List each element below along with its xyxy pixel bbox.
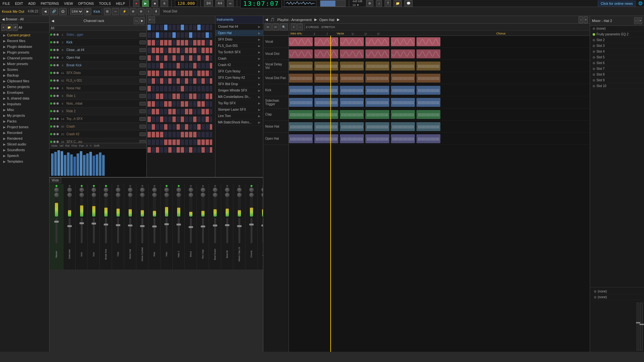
ch-active-light[interactable]	[50, 102, 52, 105]
ch-mute-light[interactable]	[53, 87, 56, 89]
mixer-ch-knob2[interactable]	[189, 193, 193, 197]
browser-button[interactable]: 📁	[393, 0, 402, 7]
pattern-cell[interactable]	[172, 109, 176, 115]
mixer-ch-power[interactable]	[214, 185, 216, 187]
mixer-ch-power[interactable]	[263, 185, 263, 187]
pattern-cell[interactable]	[181, 101, 184, 107]
pattern-block[interactable]	[340, 122, 364, 131]
pattern-cell[interactable]	[185, 101, 188, 107]
mixer-ch-knob2[interactable]	[164, 193, 169, 197]
mixer-ch-knob1[interactable]	[67, 188, 72, 192]
pattern-block[interactable]	[314, 86, 338, 95]
pattern-cell[interactable]	[168, 93, 172, 99]
pattern-cell[interactable]	[172, 40, 176, 46]
ch-active-light[interactable]	[50, 125, 52, 128]
mixer-ch-fader[interactable]	[93, 218, 95, 243]
ch-solo-light[interactable]	[56, 33, 59, 36]
pattern-block[interactable]	[365, 74, 389, 83]
pattern-block[interactable]	[416, 37, 440, 46]
ch-volume-knob[interactable]	[139, 86, 146, 90]
pattern-block[interactable]	[391, 134, 415, 143]
ch-active-light[interactable]	[50, 72, 52, 74]
pattern-cell[interactable]	[189, 139, 192, 145]
pattern-block[interactable]	[340, 62, 364, 70]
pattern-cell[interactable]	[210, 93, 212, 99]
pattern-btn1[interactable]: +	[148, 16, 152, 23]
sidebar-item-project-bones[interactable]: ▶Project bones	[0, 124, 49, 130]
ch-mute-light[interactable]	[53, 141, 56, 143]
pattern-cell[interactable]	[172, 132, 176, 137]
pattern-cell[interactable]	[206, 86, 209, 92]
pattern-block[interactable]	[365, 49, 389, 58]
pattern-cell[interactable]	[160, 132, 163, 137]
pl-zoom-in[interactable]: +	[291, 24, 297, 31]
pattern-cell[interactable]	[210, 40, 212, 46]
instrument-list-item[interactable]: MA StaticShock Retro...▶	[215, 119, 263, 126]
pattern-cell[interactable]	[160, 25, 163, 30]
pattern-cell[interactable]	[176, 78, 180, 84]
mixer-ch-knob1[interactable]	[213, 188, 217, 192]
instrument-list-item[interactable]: SFX 8bit Drop▶	[215, 81, 263, 87]
pattern-cell[interactable]	[164, 25, 168, 30]
ch-active-light[interactable]	[50, 133, 52, 135]
pattern-cell[interactable]	[181, 132, 184, 137]
ch-mute-light[interactable]	[53, 102, 56, 105]
pattern-cell[interactable]	[201, 70, 205, 76]
mixer-ch-fader-thumb[interactable]	[152, 225, 157, 227]
pattern-cell[interactable]	[201, 32, 205, 38]
ch-mute-light[interactable]	[53, 133, 56, 135]
channel-selector[interactable]: Line	[70, 8, 83, 15]
mixer-ch-knob2[interactable]	[201, 193, 205, 197]
pattern-cell[interactable]	[201, 86, 205, 92]
playlist-track-row-5[interactable]	[289, 96, 590, 108]
pattern-cell[interactable]	[206, 78, 209, 84]
mixer-slot-2[interactable]: Slot 2	[590, 37, 644, 43]
pattern-cell[interactable]	[193, 147, 197, 153]
mixer-close[interactable]: −	[634, 17, 638, 24]
channel-rack-btn2[interactable]: ▶	[140, 17, 145, 24]
pattern-cell[interactable]	[160, 139, 163, 145]
mixer-ch-fader[interactable]	[166, 218, 168, 243]
channel-rack-btn1[interactable]: ↑↓	[134, 17, 139, 24]
ch-volume-knob[interactable]	[139, 63, 146, 67]
instrument-list-item[interactable]: Smigen Whistle SFX▶	[215, 87, 263, 94]
pattern-block[interactable]	[391, 49, 415, 58]
pattern-cell[interactable]	[147, 124, 151, 130]
pattern-cell[interactable]	[197, 132, 201, 137]
pattern-cell[interactable]	[164, 70, 168, 76]
ch-name[interactable]: Open Hat	[66, 56, 138, 59]
sidebar-item-channel-presets[interactable]: ▶Channel presets	[0, 55, 49, 61]
pattern-block[interactable]	[391, 62, 415, 70]
mixer-ch-knob2[interactable]	[116, 193, 120, 197]
pattern-block[interactable]	[365, 37, 389, 46]
menu-patterns[interactable]: PATTERNS	[40, 1, 60, 6]
mixer-slot-7[interactable]: Slot 7	[590, 66, 644, 72]
pattern-cell[interactable]	[176, 124, 180, 130]
menu-help[interactable]: HELP	[115, 1, 126, 6]
pattern-cell[interactable]	[181, 147, 184, 153]
mixer-ch-fader[interactable]	[202, 218, 204, 243]
mixer-ch-power[interactable]	[69, 185, 71, 187]
pattern-cell[interactable]	[185, 25, 188, 30]
sidebar-item-my-projects[interactable]: ▶My projects	[0, 113, 49, 118]
mixer-slot-9[interactable]: Slot 9	[590, 78, 644, 83]
pattern-cell[interactable]	[210, 147, 212, 153]
progress-bar[interactable]	[320, 0, 346, 7]
ch-solo-light[interactable]	[56, 133, 59, 135]
pattern-cell[interactable]	[185, 32, 188, 38]
ch-volume-knob[interactable]	[139, 125, 146, 129]
pattern-cell[interactable]	[168, 101, 172, 107]
pattern-cell[interactable]	[160, 70, 163, 76]
mixer-ch-knob1[interactable]	[140, 188, 145, 192]
mixer-ch-fader[interactable]	[141, 218, 143, 243]
pattern-block[interactable]	[391, 37, 415, 46]
pattern-cell[interactable]	[210, 101, 212, 107]
pattern-cell[interactable]	[172, 63, 176, 69]
ch-name[interactable]: Close...at #4	[66, 48, 138, 52]
pattern-block[interactable]	[365, 86, 389, 95]
pattern-cell[interactable]	[206, 63, 209, 69]
arrow-left-button[interactable]: ◀	[42, 8, 49, 15]
pattern-cell[interactable]	[185, 116, 188, 122]
pattern-block[interactable]	[289, 49, 313, 58]
mixer-ch-fader-thumb[interactable]	[104, 224, 108, 225]
